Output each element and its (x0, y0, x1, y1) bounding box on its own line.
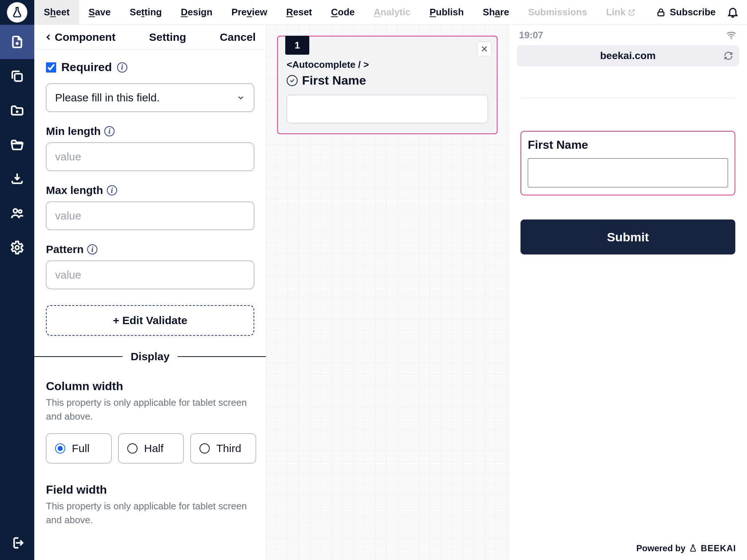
preview-divider (520, 98, 735, 98)
field-width-desc: This property is only applicable for tab… (46, 499, 250, 527)
preview-field-label: First Name (528, 138, 728, 152)
preview-footer: Powered by BEEKAI (636, 543, 736, 553)
column-width-desc: This property is only applicable for tab… (46, 396, 250, 423)
preview-form: First Name Submit (509, 66, 747, 254)
required-label: Required (61, 61, 112, 74)
preview-first-name-field: First Name (520, 131, 735, 195)
component-tag: <Autocomplete / > (278, 36, 497, 70)
pattern-label: Patterni (46, 243, 254, 256)
min-length-input[interactable] (46, 143, 254, 171)
width-option-full[interactable]: Full (46, 433, 112, 463)
width-option-half[interactable]: Half (118, 433, 184, 463)
nav-settings[interactable] (0, 230, 34, 265)
svg-rect-0 (15, 74, 22, 81)
tab-code[interactable]: Code (322, 0, 364, 25)
edit-validate-button[interactable]: + Edit Validate (46, 305, 254, 336)
nav-pages[interactable] (0, 59, 34, 93)
close-icon (480, 45, 488, 53)
preview-urlbar[interactable]: beekai.com (517, 45, 739, 66)
required-row: Required i (46, 61, 254, 74)
cancel-button[interactable]: Cancel (220, 31, 256, 43)
back-label: Component (55, 31, 116, 43)
tab-design[interactable]: Design (171, 0, 222, 25)
preview-time: 19:07 (519, 30, 543, 41)
svg-point-2 (19, 210, 22, 213)
display-section-label: Display (123, 350, 178, 363)
tab-publish[interactable]: Publish (420, 0, 473, 25)
reload-icon[interactable] (724, 51, 733, 61)
nav-team[interactable] (0, 196, 34, 230)
users-icon (10, 206, 24, 221)
tab-link[interactable]: Link (597, 0, 645, 25)
nav-spacer (0, 265, 34, 526)
component-card[interactable]: 1 <Autocomplete / > First Name (277, 36, 498, 134)
min-length-label: Min lengthi (46, 125, 254, 137)
svg-rect-4 (658, 12, 664, 16)
component-input-preview[interactable] (287, 95, 488, 123)
external-link-icon (628, 8, 636, 16)
preview-url-text: beekai.com (600, 50, 656, 62)
tab-analytic[interactable]: Analytic (364, 0, 420, 25)
max-length-input[interactable] (46, 202, 254, 230)
tab-setting[interactable]: Setting (120, 0, 171, 25)
tab-reset[interactable]: Reset (277, 0, 322, 25)
required-message-value: Please fill in this field. (55, 92, 160, 104)
component-title: First Name (302, 73, 366, 88)
info-icon[interactable]: i (87, 244, 97, 254)
required-message-select[interactable]: Please fill in this field. (46, 83, 254, 112)
chevron-left-icon (44, 33, 53, 41)
info-icon[interactable]: i (104, 126, 115, 136)
flask-icon (689, 544, 697, 552)
svg-point-5 (731, 38, 732, 39)
nav-folder[interactable] (0, 128, 34, 162)
copy-icon (10, 69, 24, 83)
folder-open-icon (10, 137, 24, 152)
settings-panel: Component Setting Cancel Required i Plea… (34, 25, 266, 560)
gear-icon (10, 240, 24, 255)
tab-save[interactable]: Save (79, 0, 120, 25)
radio-icon (55, 443, 65, 454)
logout-icon (10, 536, 24, 550)
panel-title: Setting (125, 31, 210, 43)
radio-icon (200, 443, 210, 454)
preview-field-input[interactable] (528, 158, 728, 187)
flask-icon (11, 7, 23, 18)
nav-import[interactable] (0, 162, 34, 196)
svg-point-1 (13, 209, 18, 213)
tab-submissions[interactable]: Submissions (519, 0, 597, 25)
notifications-button[interactable] (727, 6, 740, 19)
field-width-title: Field width (46, 483, 254, 497)
lock-icon (656, 7, 666, 18)
tab-share[interactable]: Share (473, 0, 519, 25)
max-length-label: Max lengthi (46, 184, 254, 197)
column-width-options: Full Half Third (46, 433, 254, 463)
width-option-third[interactable]: Third (190, 433, 256, 463)
nav-logout[interactable] (0, 526, 34, 560)
check-circle-icon (287, 75, 298, 86)
canvas: 1 <Autocomplete / > First Name (266, 25, 508, 560)
back-to-component[interactable]: Component (44, 31, 116, 43)
powered-by-label: Powered by (636, 543, 686, 553)
nav-add-folder[interactable] (0, 93, 34, 128)
tab-preview[interactable]: Preview (222, 0, 276, 25)
chevron-down-icon (236, 93, 245, 102)
bell-icon (727, 6, 739, 18)
required-checkbox[interactable] (46, 62, 56, 73)
component-close-button[interactable] (477, 42, 492, 56)
preview-panel: 19:07 beekai.com First Name Submit Power… (508, 25, 747, 560)
preview-submit-button[interactable]: Submit (520, 219, 735, 254)
info-icon[interactable]: i (117, 62, 127, 73)
left-nav (0, 0, 34, 560)
subscribe-button[interactable]: Subscribe (656, 7, 716, 18)
settings-body: Required i Please fill in this field. Mi… (34, 50, 266, 527)
topbar: Sheet Save Setting Design Preview Reset … (34, 0, 747, 25)
info-icon[interactable]: i (107, 185, 117, 195)
brand-logo[interactable] (0, 0, 34, 25)
brand-name: BEEKAI (701, 543, 736, 553)
tab-sheet[interactable]: Sheet (34, 0, 79, 25)
subscribe-label: Subscribe (670, 7, 716, 18)
radio-icon (127, 443, 138, 454)
pattern-input[interactable] (46, 261, 254, 289)
nav-add-page[interactable] (0, 25, 34, 59)
component-title-row: First Name (278, 70, 497, 88)
